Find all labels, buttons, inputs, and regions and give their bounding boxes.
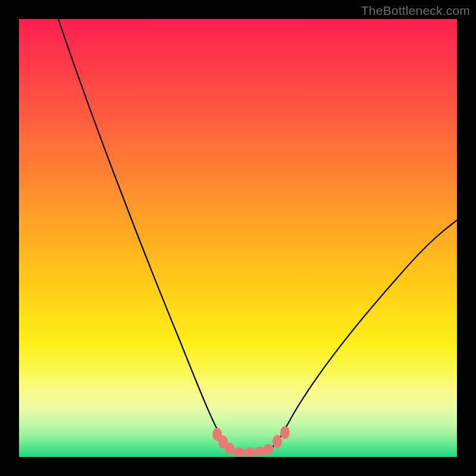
curve-marker [263,444,274,455]
curve-marker [273,435,282,448]
curve-marker [280,426,290,439]
curve-marker [233,447,245,457]
plot-area [19,19,457,457]
curve-svg [19,19,457,457]
bottleneck-curve [58,19,457,452]
chart-frame: TheBottleneck.com [0,0,476,476]
curve-marker [225,443,234,455]
curve-marker [244,447,256,457]
watermark-text: TheBottleneck.com [361,4,470,18]
